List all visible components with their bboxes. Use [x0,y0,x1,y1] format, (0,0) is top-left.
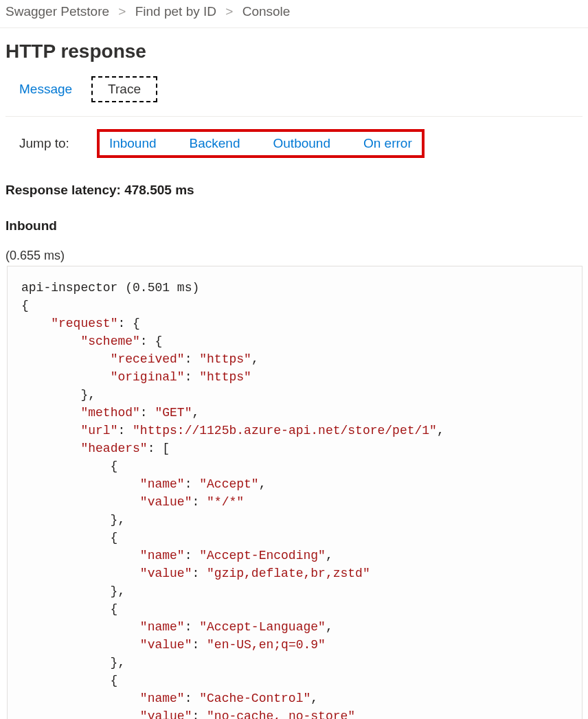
tab-message[interactable]: Message [19,82,72,102]
tab-trace[interactable]: Trace [91,76,157,102]
breadcrumb-item[interactable]: Console [242,4,291,19]
breadcrumb-item[interactable]: Find pet by ID [135,4,216,19]
trace-code-block: api-inspector (0.501 ms) { "request": { … [7,266,583,719]
jump-link-backend[interactable]: Backend [190,136,240,151]
trace-code[interactable]: api-inspector (0.501 ms) { "request": { … [8,279,582,719]
section-time-inbound: (0.655 ms) [5,249,583,263]
breadcrumb-sep: > [220,4,238,19]
page-title: HTTP response [5,41,583,62]
breadcrumb-sep: > [113,4,131,19]
section-heading-inbound: Inbound [5,218,583,233]
jump-link-outbound[interactable]: Outbound [273,136,330,151]
jump-link-inbound[interactable]: Inbound [109,136,157,151]
breadcrumb-item[interactable]: Swagger Petstore [5,4,109,19]
jump-to-row: Jump to: Inbound Backend Outbound On err… [5,129,583,158]
jump-link-onerror[interactable]: On error [363,136,412,151]
jump-links-box: Inbound Backend Outbound On error [97,129,425,158]
response-tabs: Message Trace [5,82,583,117]
jump-to-label: Jump to: [19,136,69,151]
breadcrumb: Swagger Petstore > Find pet by ID > Cons… [0,0,588,28]
response-latency: Response latency: 478.505 ms [5,183,583,198]
